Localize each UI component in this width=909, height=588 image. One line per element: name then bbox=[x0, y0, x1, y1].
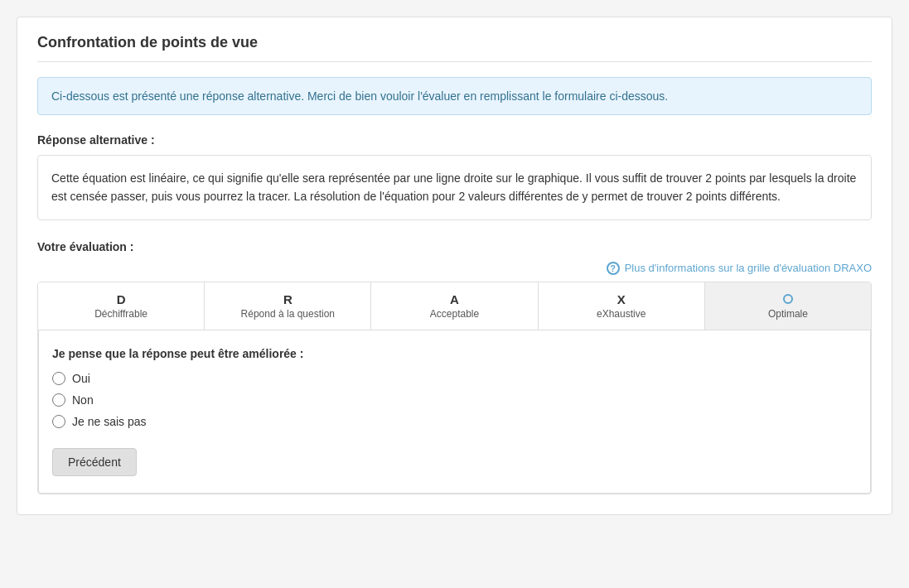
draxo-cell-desc: Déchiffrable bbox=[45, 308, 197, 320]
draxo-grid: D Déchiffrable R Répond à la question A … bbox=[38, 282, 871, 330]
draxo-cell-o[interactable]: Optimale bbox=[705, 282, 871, 330]
improve-question: Je pense que la réponse peut être amélio… bbox=[52, 347, 857, 360]
draxo-cell-letter: D bbox=[45, 292, 197, 306]
radio-group: Oui Non Je ne sais pas bbox=[52, 372, 857, 428]
draxo-cell-desc: Répond à la question bbox=[211, 308, 364, 320]
draxo-cell-letter: R bbox=[211, 292, 364, 306]
radio-option-non[interactable]: Non bbox=[52, 393, 857, 407]
question-icon: ? bbox=[607, 262, 620, 275]
draxo-cell-r[interactable]: R Répond à la question bbox=[205, 282, 371, 330]
radio-input-non[interactable] bbox=[52, 393, 65, 407]
draxo-cell-letter bbox=[712, 292, 864, 306]
radio-input-oui[interactable] bbox=[52, 372, 65, 385]
radio-option-jnsp[interactable]: Je ne sais pas bbox=[52, 415, 857, 428]
radio-label-non: Non bbox=[72, 393, 94, 407]
radio-option-oui[interactable]: Oui bbox=[52, 372, 857, 385]
draxo-cell-letter: A bbox=[378, 292, 530, 306]
evaluation-outer: D Déchiffrable R Répond à la question A … bbox=[37, 282, 872, 494]
draxo-cell-x[interactable]: X eXhaustive bbox=[539, 282, 705, 330]
evaluation-section-label: Votre évaluation : bbox=[37, 240, 872, 253]
radio-label-oui: Oui bbox=[72, 372, 90, 385]
alternative-label: Réponse alternative : bbox=[37, 133, 872, 147]
radio-input-jnsp[interactable] bbox=[52, 415, 65, 428]
draxo-cell-letter: X bbox=[545, 292, 698, 306]
draxo-cell-desc: eXhaustive bbox=[545, 308, 698, 320]
info-banner: Ci-dessous est présenté une réponse alte… bbox=[37, 77, 872, 115]
draxo-cell-d[interactable]: D Déchiffrable bbox=[38, 282, 205, 330]
evaluation-body: Je pense que la réponse peut être amélio… bbox=[38, 330, 871, 494]
draxo-link[interactable]: Plus d'informations sur la grille d'éval… bbox=[625, 262, 872, 274]
radio-label-jnsp: Je ne sais pas bbox=[72, 415, 147, 428]
draxo-cell-desc: Optimale bbox=[712, 308, 864, 320]
draxo-link-row: ? Plus d'informations sur la grille d'év… bbox=[37, 262, 872, 275]
draxo-cell-desc: Acceptable bbox=[378, 308, 530, 320]
precedent-button[interactable]: Précédent bbox=[52, 448, 137, 476]
draxo-cell-a[interactable]: A Acceptable bbox=[371, 282, 538, 330]
alternative-response-box: Cette équation est linéaire, ce qui sign… bbox=[37, 155, 872, 220]
page-title: Confrontation de points de vue bbox=[37, 34, 872, 62]
page-container: Confrontation de points de vue Ci-dessou… bbox=[17, 17, 892, 515]
